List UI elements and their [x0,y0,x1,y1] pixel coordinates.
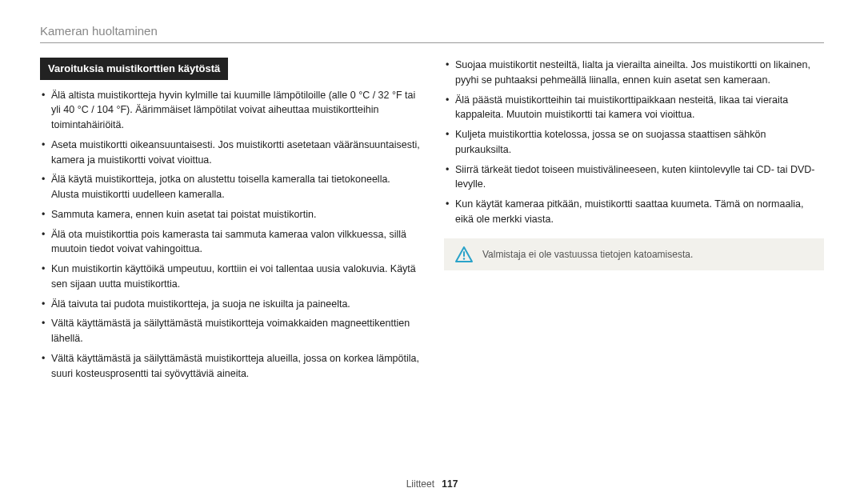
left-column: Varoituksia muistikorttien käytöstä Älä … [40,58,420,386]
section-title: Varoituksia muistikorttien käytöstä [40,58,228,80]
list-item: Älä ota muistikorttia pois kamerasta tai… [40,227,420,258]
right-column: Suojaa muistikortit nesteiltä, lialta ja… [444,58,824,386]
right-bullet-list: Suojaa muistikortit nesteiltä, lialta ja… [444,58,824,227]
left-bullet-list: Älä altista muistikortteja hyvin kylmill… [40,88,420,382]
list-item: Vältä käyttämästä ja säilyttämästä muist… [40,316,420,346]
list-item: Kuljeta muistikorttia kotelossa, jossa s… [444,127,824,158]
list-item: Sammuta kamera, ennen kuin asetat tai po… [40,207,420,222]
note-text: Valmistaja ei ole vastuussa tietojen kat… [482,247,693,262]
list-item: Kun muistikortin käyttöikä umpeutuu, kor… [40,262,420,292]
list-item: Kun käytät kameraa pitkään, muistikortti… [444,197,824,227]
list-item: Älä päästä muistikortteihin tai muistiko… [444,93,824,123]
svg-point-2 [463,258,465,259]
list-item: Vältä käyttämästä ja säilyttämästä muist… [40,351,420,382]
note-box: Valmistaja ei ole vastuussa tietojen kat… [444,238,824,270]
list-item: Aseta muistikortti oikeansuuntaisesti. J… [40,138,420,168]
page-header: Kameran huoltaminen [40,24,824,43]
list-item: Suojaa muistikortit nesteiltä, lialta ja… [444,58,824,88]
list-item: Älä altista muistikortteja hyvin kylmill… [40,88,420,133]
list-item: Siirrä tärkeät tiedot toiseen muistiväli… [444,162,824,193]
content-columns: Varoituksia muistikorttien käytöstä Älä … [40,58,824,386]
list-item: Älä käytä muistikortteja, jotka on alust… [40,172,420,202]
list-item: Älä taivuta tai pudota muistikortteja, j… [40,297,420,312]
page-footer: Liitteet 117 [0,478,864,490]
footer-label: Liitteet [406,478,434,490]
warning-triangle-icon [455,246,473,262]
page-number: 117 [442,478,458,490]
